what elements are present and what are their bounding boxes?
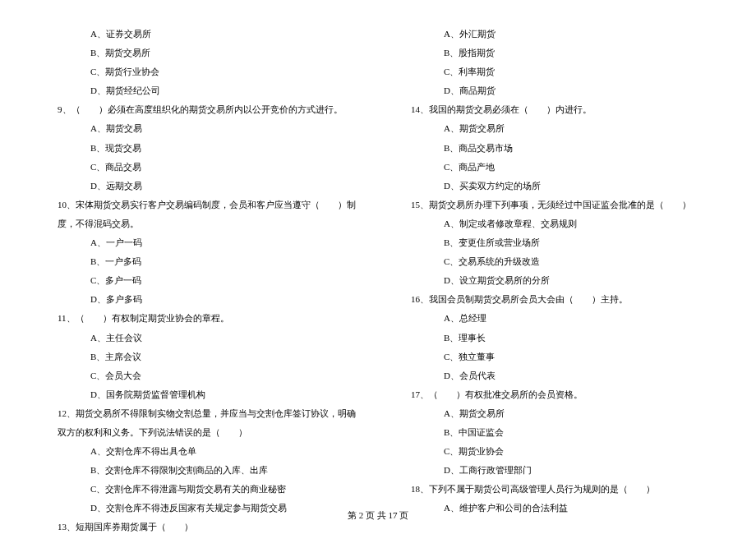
option-text: A、制定或者修改章程、交易规则 <box>394 214 715 233</box>
option-text: A、期货交易 <box>41 119 362 138</box>
option-text: B、交割仓库不得限制交割商品的入库、出库 <box>41 461 362 480</box>
option-text: C、利率期货 <box>394 62 715 81</box>
question-text: 18、下列不属于期货公司高级管理人员行为规则的是（ ） <box>394 480 715 499</box>
option-text: D、远期交易 <box>41 177 362 196</box>
option-text: C、期货行业协会 <box>41 62 362 81</box>
option-text: A、主任会议 <box>41 329 362 348</box>
question-text: 15、期货交易所办理下列事项，无须经过中国证监会批准的是（ ） <box>394 196 715 214</box>
option-text: B、现货交易 <box>41 139 362 158</box>
page-footer: 第 2 页 共 17 页 <box>0 509 756 522</box>
option-text: B、商品交易市场 <box>394 139 715 158</box>
question-text: 11、（ ）有权制定期货业协会的章程。 <box>41 309 362 328</box>
option-text: B、股指期货 <box>394 44 715 62</box>
option-text: D、期货经纪公司 <box>41 81 362 100</box>
option-text: D、买卖双方约定的场所 <box>394 177 715 196</box>
option-text: C、期货业协会 <box>394 442 715 461</box>
content-columns: A、证券交易所 B、期货交易所 C、期货行业协会 D、期货经纪公司 9、（ ）必… <box>41 25 715 534</box>
option-text: B、期货交易所 <box>41 44 362 62</box>
question-text: 17、（ ）有权批准交易所的会员资格。 <box>394 385 715 404</box>
option-text: A、一户一码 <box>41 233 362 252</box>
option-text: C、商品交易 <box>41 158 362 177</box>
option-text: B、中国证监会 <box>394 423 715 442</box>
option-text: D、会员代表 <box>394 366 715 385</box>
option-text: D、多户多码 <box>41 290 362 309</box>
option-text: B、变更住所或营业场所 <box>394 233 715 252</box>
option-text: C、交易系统的升级改造 <box>394 252 715 271</box>
option-text: C、会员大会 <box>41 366 362 385</box>
option-text: A、总经理 <box>394 309 715 328</box>
option-text: A、交割仓库不得出具仓单 <box>41 442 362 461</box>
option-text: B、一户多码 <box>41 252 362 271</box>
option-text: C、多户一码 <box>41 271 362 290</box>
question-text: 14、我国的期货交易必须在（ ）内进行。 <box>394 100 715 119</box>
option-text: A、外汇期货 <box>394 25 715 44</box>
right-column: A、外汇期货 B、股指期货 C、利率期货 D、商品期货 14、我国的期货交易必须… <box>394 25 715 534</box>
option-text: A、期货交易所 <box>394 119 715 138</box>
option-text: D、设立期货交易所的分所 <box>394 271 715 290</box>
option-text: B、主席会议 <box>41 348 362 366</box>
option-text: C、交割仓库不得泄露与期货交易有关的商业秘密 <box>41 480 362 499</box>
option-text: C、独立董事 <box>394 348 715 366</box>
option-text: A、期货交易所 <box>394 404 715 423</box>
question-text: 16、我国会员制期货交易所会员大会由（ ）主持。 <box>394 290 715 309</box>
option-text: B、理事长 <box>394 329 715 348</box>
option-text: D、商品期货 <box>394 81 715 100</box>
left-column: A、证券交易所 B、期货交易所 C、期货行业协会 D、期货经纪公司 9、（ ）必… <box>41 25 362 534</box>
question-text: 9、（ ）必须在高度组织化的期货交易所内以公开竞价的方式进行。 <box>41 100 362 119</box>
option-text: A、证券交易所 <box>41 25 362 44</box>
question-text: 10、宋体期货交易实行客户交易编码制度，会员和客户应当遵守（ ）制度，不得混码交… <box>41 196 362 233</box>
option-text: C、商品产地 <box>394 158 715 177</box>
question-text: 12、期货交易所不得限制实物交割总量，并应当与交割仓库签订协议，明确双方的权利和… <box>41 404 362 442</box>
option-text: D、国务院期货监督管理机构 <box>41 385 362 404</box>
option-text: D、工商行政管理部门 <box>394 461 715 480</box>
